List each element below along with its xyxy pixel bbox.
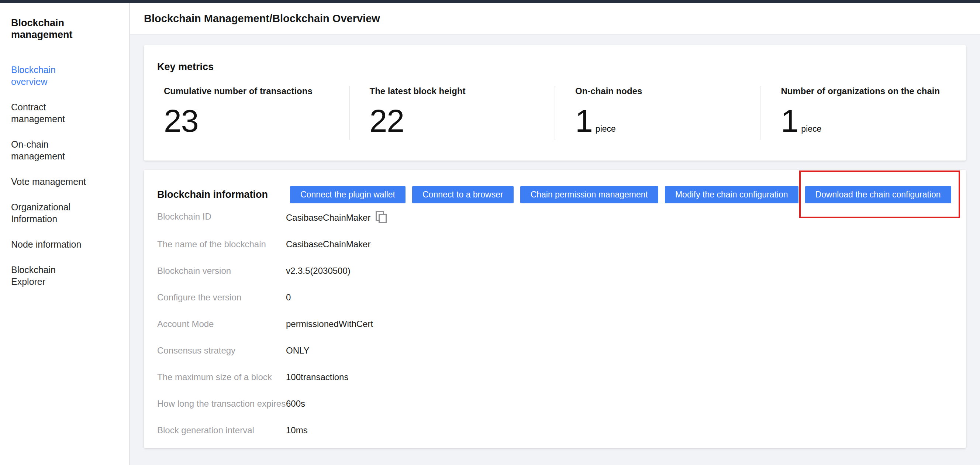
- sidebar-item-contract-management[interactable]: Contract management: [11, 101, 89, 125]
- field-label: Configure the version: [157, 292, 286, 303]
- sidebar-item-blockchain-overview[interactable]: Blockchain overview: [11, 64, 89, 88]
- blockchain-info-card: Blockchain information Connect the plugi…: [144, 170, 966, 448]
- field-label: Account Mode: [157, 318, 286, 329]
- action-buttons-row: Connect the plugin wallet Connect to a b…: [290, 186, 951, 203]
- sidebar-item-on-chain-management[interactable]: On-chain management: [11, 139, 89, 162]
- modify-chain-configuration-button[interactable]: Modify the chain configuration: [665, 186, 799, 203]
- field-row-block-generation-interval: Block generation interval 10ms: [157, 425, 953, 435]
- blockchain-info-header: Blockchain information Connect the plugi…: [157, 186, 953, 203]
- sidebar-item-organizational-information[interactable]: Organizational Information: [11, 201, 89, 225]
- metrics-row: Cumulative number of transactions 23 The…: [144, 86, 966, 140]
- field-value: v2.3.5(2030500): [286, 265, 350, 276]
- breadcrumb: Blockchain Management/Blockchain Overvie…: [144, 13, 380, 25]
- field-row-max-block-size: The maximum size of a block 100transacti…: [157, 372, 953, 382]
- main-area: Blockchain Management/Blockchain Overvie…: [130, 3, 980, 465]
- connect-plugin-wallet-button[interactable]: Connect the plugin wallet: [290, 186, 406, 203]
- field-value: ONLY: [286, 345, 310, 356]
- metric-label: Number of organizations on the chain: [781, 86, 966, 96]
- metric-value-line: 22: [370, 104, 555, 138]
- metric-on-chain-nodes: On-chain nodes 1piece: [555, 86, 760, 140]
- sidebar-title: Blockchain management: [11, 17, 118, 41]
- metric-latest-block-height: The latest block height 22: [349, 86, 555, 140]
- metric-label: The latest block height: [370, 86, 555, 96]
- field-label: Consensus strategy: [157, 345, 286, 356]
- metric-value-line: 1piece: [575, 104, 760, 138]
- key-metrics-card: Key metrics Cumulative number of transac…: [144, 45, 966, 161]
- app-layout: Blockchain management Blockchain overvie…: [0, 3, 980, 465]
- download-chain-configuration-button[interactable]: Download the chain configuration: [805, 186, 951, 203]
- blockchain-id-value: CasibaseChainMaker: [286, 213, 371, 223]
- browser-top-bar: [0, 0, 980, 3]
- sidebar-item-blockchain-explorer[interactable]: Blockchain Explorer: [11, 264, 89, 288]
- metric-label: Cumulative number of transactions: [164, 86, 349, 96]
- page-content: Key metrics Cumulative number of transac…: [130, 35, 980, 465]
- field-value: 10ms: [286, 425, 308, 435]
- field-label: The maximum size of a block: [157, 372, 286, 382]
- metric-value: 22: [370, 103, 404, 139]
- field-label: Block generation interval: [157, 425, 286, 435]
- sidebar-item-node-information[interactable]: Node information: [11, 239, 89, 250]
- page-header: Blockchain Management/Blockchain Overvie…: [130, 3, 980, 35]
- field-value: 0: [286, 292, 291, 303]
- metric-value-line: 23: [164, 104, 349, 138]
- connect-to-browser-button[interactable]: Connect to a browser: [412, 186, 514, 203]
- key-metrics-title: Key metrics: [144, 61, 966, 73]
- field-row-account-mode: Account Mode permissionedWithCert: [157, 318, 953, 329]
- field-value: permissionedWithCert: [286, 318, 373, 329]
- metric-value: 23: [164, 103, 199, 139]
- chain-permission-management-button[interactable]: Chain permission management: [520, 186, 658, 203]
- sidebar-nav: Blockchain overview Contract management …: [11, 64, 118, 288]
- field-row-blockchain-version: Blockchain version v2.3.5(2030500): [157, 265, 953, 276]
- sidebar: Blockchain management Blockchain overvie…: [0, 3, 130, 465]
- blockchain-info-fields: Blockchain ID CasibaseChainMaker The nam…: [157, 211, 953, 435]
- metric-unit: piece: [801, 124, 821, 134]
- field-row-configure-version: Configure the version 0: [157, 292, 953, 303]
- field-label: The name of the blockchain: [157, 239, 286, 250]
- field-row-blockchain-name: The name of the blockchain CasibaseChain…: [157, 239, 953, 250]
- field-label: Blockchain ID: [157, 211, 286, 222]
- field-value: CasibaseChainMaker: [286, 211, 387, 223]
- field-value: 100transactions: [286, 372, 348, 382]
- field-label: Blockchain version: [157, 265, 286, 276]
- metric-value: 1: [575, 103, 593, 139]
- field-value: 600s: [286, 398, 305, 409]
- field-row-blockchain-id: Blockchain ID CasibaseChainMaker: [157, 211, 953, 223]
- sidebar-item-vote-management[interactable]: Vote management: [11, 176, 89, 188]
- field-label: How long the transaction expires: [157, 398, 286, 409]
- metric-label: On-chain nodes: [575, 86, 760, 96]
- highlighted-button-wrap: Download the chain configuration: [805, 186, 951, 203]
- field-row-consensus-strategy: Consensus strategy ONLY: [157, 345, 953, 356]
- metric-unit: piece: [595, 124, 616, 134]
- metric-value-line: 1piece: [781, 104, 966, 138]
- field-value: CasibaseChainMaker: [286, 239, 371, 250]
- blockchain-info-title: Blockchain information: [157, 189, 290, 201]
- field-row-transaction-expiry: How long the transaction expires 600s: [157, 398, 953, 409]
- metric-organizations-on-chain: Number of organizations on the chain 1pi…: [760, 86, 966, 140]
- metric-cumulative-transactions: Cumulative number of transactions 23: [144, 86, 349, 140]
- metric-value: 1: [781, 103, 799, 139]
- copy-icon[interactable]: [375, 211, 387, 222]
